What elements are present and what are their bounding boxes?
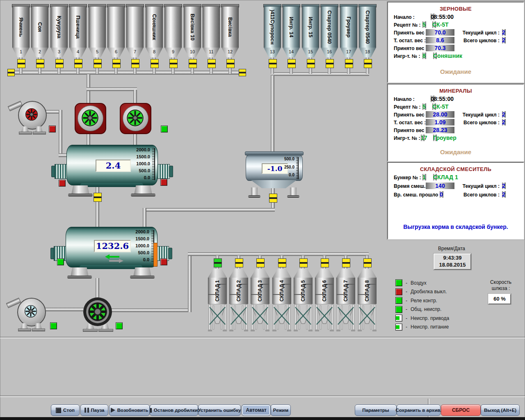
field-label: Т. остат. вес : xyxy=(394,120,426,126)
impeller-icon xyxy=(25,108,38,121)
valve-icon xyxy=(326,59,334,68)
valve-icon xyxy=(256,258,265,267)
separator xyxy=(0,395,525,397)
pipe xyxy=(108,308,191,312)
mode-button[interactable]: Режим xyxy=(271,404,291,416)
legend-item: -Воздух xyxy=(395,279,427,286)
valve-icon xyxy=(342,258,350,267)
fix-error-button[interactable]: Устранить ошибку xyxy=(198,404,241,416)
silo-number: 6 xyxy=(115,49,117,54)
status-lamp-fan3 xyxy=(50,322,57,329)
legend-dash: - xyxy=(406,306,407,312)
silo-label: Ячмень xyxy=(18,17,24,37)
field-label: Т. остат. вес : xyxy=(394,38,426,43)
exit-button[interactable]: Выход (Alt+E) xyxy=(481,404,520,416)
separator xyxy=(0,337,525,338)
mode-auto-button[interactable]: Автомат xyxy=(242,404,271,416)
flow-arrow-right xyxy=(109,258,123,263)
stop-small-icon xyxy=(150,408,152,413)
bin-funnel xyxy=(315,269,334,278)
bin-body: СКЛАД 1 xyxy=(208,278,227,304)
mixer-leg xyxy=(71,185,89,194)
crusher-1 xyxy=(75,103,106,134)
side-motor xyxy=(55,164,68,179)
valve-icon xyxy=(307,59,315,68)
legend-item: -Неиспр. привода xyxy=(395,315,449,322)
pipe xyxy=(271,75,274,153)
silo-hopper: 13 xyxy=(264,48,281,57)
bin-funnel xyxy=(336,269,355,278)
silo-number: 3 xyxy=(58,49,60,54)
valve-icon xyxy=(235,258,243,267)
bin-legs-braces xyxy=(208,304,227,332)
silo-hopper: 14 xyxy=(283,48,300,57)
bin-label: СКЛАД 1 xyxy=(215,280,220,301)
impeller-icon xyxy=(24,305,37,318)
status-lamp-mixer1-right xyxy=(160,179,167,186)
field-label: Начало : xyxy=(394,14,415,20)
bin-funnel xyxy=(294,269,313,278)
scale-tick: 0.0 xyxy=(144,175,150,180)
clock-display: 9:43:39 18.08.2015 xyxy=(434,253,471,270)
pipe xyxy=(133,90,137,104)
clock-time: 9:43:39 xyxy=(434,254,470,261)
scale-tick: 2000.0 xyxy=(136,147,150,152)
silo-label: Висівка xyxy=(227,17,233,37)
silo-number: 10 xyxy=(190,49,195,54)
silo-hopper: 9 xyxy=(164,48,182,57)
bin-funnel xyxy=(229,269,248,278)
storage-bin: СКЛАД 7 xyxy=(336,256,355,333)
silo-hopper: 12 xyxy=(221,48,239,57)
button-label: Останов дробилки xyxy=(154,408,198,413)
field-value: 140 xyxy=(426,183,454,189)
bin-legs-braces xyxy=(251,304,269,332)
silo-label: Гроувер xyxy=(346,17,352,38)
legend-item: -Общ. неиспр. xyxy=(395,306,441,313)
bottom-bar xyxy=(0,417,525,420)
bin-legs-braces xyxy=(315,304,334,332)
stop-crusher-button[interactable]: Останов дробилки xyxy=(150,404,198,416)
machine-base xyxy=(83,329,98,332)
legend-dash: - xyxy=(406,298,407,304)
reset-button[interactable]: СБРОС xyxy=(441,404,481,416)
storage-bin: СКЛАД 3 xyxy=(251,256,269,333)
pipe xyxy=(143,208,146,227)
pipe xyxy=(188,254,192,312)
silo-4: Пшеница4 xyxy=(69,4,87,73)
bin-label: СКЛАД 2 xyxy=(236,280,242,301)
silo-label: Стартер 0540 xyxy=(365,10,370,44)
pause-button[interactable]: Пауза xyxy=(80,404,108,416)
pipe xyxy=(96,278,99,300)
field-value: 5 xyxy=(422,21,426,28)
impeller-icon xyxy=(84,298,112,326)
field-value: 1.09 xyxy=(426,119,454,126)
panel-grain: ЗЕРНОВЫЕ Начало : 08:55:00 Рецепт № : 5 … xyxy=(387,2,524,83)
legend-dash: - xyxy=(406,315,407,321)
silo-hopper: 5 xyxy=(89,48,106,57)
field-value: 2 xyxy=(502,29,506,36)
save-archive-button[interactable]: Сохранить в архив. xyxy=(397,404,441,416)
bin-legs-braces xyxy=(336,304,355,332)
button-label: Устранить ошибку xyxy=(198,408,241,413)
mixer-flange xyxy=(131,194,155,196)
bin-body: СКЛАД 8 xyxy=(358,278,377,304)
silo-body: Висівка xyxy=(221,7,239,48)
field-label: Всего циклов : xyxy=(457,192,500,198)
resume-button[interactable]: Возобновить xyxy=(109,404,150,416)
valve-icon xyxy=(36,59,44,68)
bin-body: СКЛАД 6 xyxy=(315,278,334,304)
silo-number: 11 xyxy=(209,49,213,54)
scale-tick: 1500.0 xyxy=(136,154,150,159)
panel-title: ЗЕРНОВЫЕ xyxy=(388,6,523,12)
play-icon xyxy=(111,408,115,413)
silo-number: 8 xyxy=(153,49,155,54)
silo-2: Соя2 xyxy=(31,4,48,73)
parameters-button[interactable]: Параметры xyxy=(355,404,397,416)
silo-label: Ингр. 15 xyxy=(308,17,313,37)
silo-body: Ингр. 15 xyxy=(302,7,319,48)
field-value: 1 xyxy=(422,174,426,180)
silo-body xyxy=(107,7,125,48)
scale-ruler xyxy=(296,157,299,179)
storage-bin: СКЛАД 2 xyxy=(229,256,248,333)
stop-button[interactable]: Стоп xyxy=(51,404,80,416)
